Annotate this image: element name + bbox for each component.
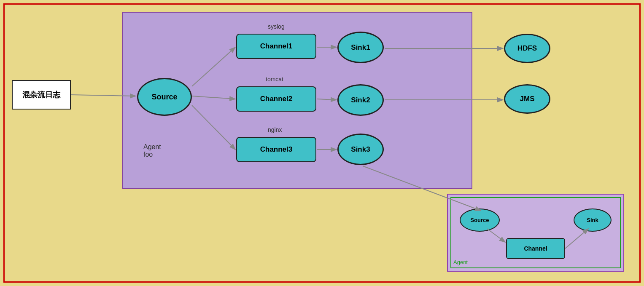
syslog-label: syslog bbox=[268, 23, 285, 30]
sink1-label: Sink1 bbox=[351, 43, 370, 52]
sub-sink-ellipse: Sink bbox=[574, 208, 612, 232]
hdfs-ellipse: HDFS bbox=[504, 34, 550, 63]
sink2-ellipse: Sink2 bbox=[337, 84, 384, 116]
sink2-label: Sink2 bbox=[351, 96, 370, 104]
sub-sink-label: Sink bbox=[587, 217, 598, 223]
channel3-box: Channel3 bbox=[236, 137, 316, 162]
tomcat-label: tomcat bbox=[266, 76, 283, 83]
sink1-ellipse: Sink1 bbox=[337, 32, 384, 63]
agent-foo-label: Agentfoo bbox=[143, 143, 161, 158]
mixed-log-box: 混杂流日志 bbox=[12, 80, 71, 110]
sub-agent-label: Agent bbox=[453, 259, 468, 265]
hdfs-label: HDFS bbox=[517, 44, 537, 53]
source-label: Source bbox=[151, 93, 177, 102]
channel2-box: Channel2 bbox=[236, 86, 316, 112]
nginx-label: nginx bbox=[268, 126, 282, 133]
sub-source-ellipse: Source bbox=[460, 208, 500, 232]
sink3-ellipse: Sink3 bbox=[337, 134, 384, 165]
sub-channel-label: Channel bbox=[524, 245, 547, 252]
sink3-label: Sink3 bbox=[351, 145, 370, 154]
channel1-box: Channel1 bbox=[236, 34, 316, 59]
mixed-log-text: 混杂流日志 bbox=[22, 90, 60, 100]
channel1-label: Channel1 bbox=[260, 42, 293, 51]
jms-ellipse: JMS bbox=[504, 84, 550, 114]
channel2-label: Channel2 bbox=[260, 95, 293, 103]
source-ellipse: Source bbox=[137, 78, 192, 116]
sub-channel-box: Channel bbox=[506, 238, 565, 259]
channel3-label: Channel3 bbox=[260, 145, 293, 154]
jms-label: JMS bbox=[520, 95, 535, 103]
sub-source-label: Source bbox=[470, 217, 489, 223]
